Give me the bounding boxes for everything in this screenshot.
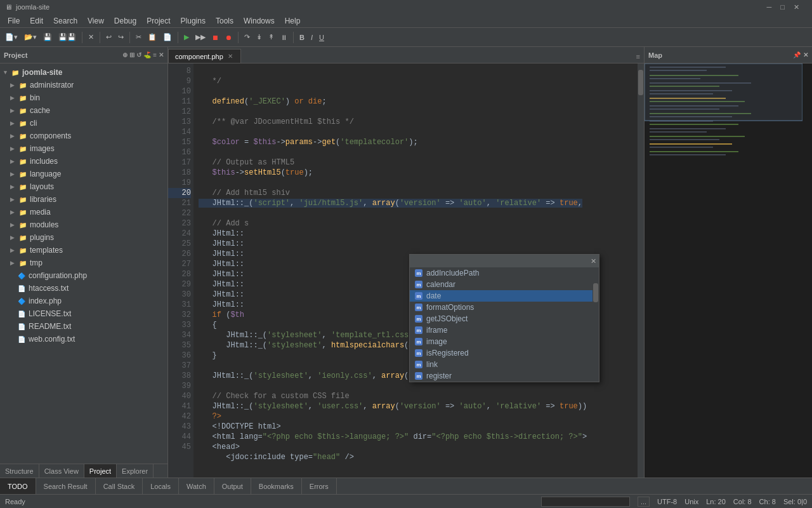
step-out-btn[interactable]: ↟ — [266, 30, 277, 45]
tree-item-components[interactable]: ▶ 📁 components — [0, 130, 167, 142]
bottom-tab-errors[interactable]: Errors — [302, 478, 337, 494]
undo-btn[interactable]: ↩ — [103, 30, 114, 45]
redo-btn[interactable]: ↪ — [115, 30, 126, 45]
new-btn[interactable]: 📄▾ — [3, 30, 20, 45]
underline-btn[interactable]: U — [317, 30, 327, 45]
tree-item-libraries[interactable]: ▶ 📁 libraries — [0, 193, 167, 206]
bottom-tab-todo[interactable]: TODO — [0, 478, 36, 494]
editor-scrollbar[interactable] — [638, 64, 644, 478]
menu-view[interactable]: View — [82, 14, 109, 27]
tree-item-tmp[interactable]: ▶ 📁 tmp — [0, 257, 167, 269]
map-pin-icon[interactable]: 📌 — [793, 51, 801, 58]
ac-item-iframe[interactable]: m iframe — [410, 324, 599, 336]
left-tab-explorer[interactable]: Explorer — [117, 464, 154, 478]
open-btn[interactable]: 📂▾ — [22, 30, 39, 45]
bottom-tab-search-result[interactable]: Search Result — [36, 478, 96, 494]
copy-btn[interactable]: 📋 — [145, 30, 159, 45]
proj-close[interactable]: ✕ — [159, 51, 164, 58]
menu-search[interactable]: Search — [48, 14, 82, 27]
autocomplete-close-btn[interactable]: ✕ — [591, 257, 596, 265]
close-btn[interactable]: ✕ — [86, 30, 96, 45]
paste-btn[interactable]: 📄 — [160, 30, 174, 45]
tab-menu-btn[interactable]: ≡ — [632, 50, 644, 63]
bold-btn[interactable]: B — [297, 30, 307, 45]
menu-file[interactable]: File — [3, 14, 25, 27]
proj-icon-3[interactable]: ↺ — [136, 51, 141, 58]
proj-icon-4[interactable]: ⛳ — [143, 51, 151, 58]
tree-item-includes[interactable]: ▶ 📁 includes — [0, 155, 167, 168]
autocomplete-scrollbar-thumb[interactable] — [593, 283, 598, 302]
tree-item-cli[interactable]: ▶ 📁 cli — [0, 117, 167, 130]
editor-scrollbar-thumb[interactable] — [638, 70, 643, 95]
ln-23: 23 — [168, 218, 191, 229]
tree-item-cache[interactable]: ▶ 📁 cache — [0, 104, 167, 117]
tree-item-language[interactable]: ▶ 📁 language — [0, 168, 167, 180]
ac-item-image[interactable]: m image — [410, 336, 599, 347]
editor-tab-component[interactable]: component.php ✕ — [168, 49, 241, 63]
map-close-icon[interactable]: ✕ — [803, 51, 808, 58]
folder-icon-language: 📁 — [18, 169, 28, 179]
proj-icon-5[interactable]: ≡ — [153, 51, 157, 58]
bottom-tab-call-stack[interactable]: Call Stack — [96, 478, 143, 494]
tree-item-license[interactable]: 📄 LICENSE.txt — [0, 307, 167, 320]
ac-item-getjsobject[interactable]: m getJSObject — [410, 313, 599, 324]
left-tab-project[interactable]: Project — [84, 464, 117, 478]
left-tab-classview[interactable]: Class View — [39, 464, 84, 478]
close-btn[interactable]: ✕ — [794, 3, 799, 11]
tree-item-layouts[interactable]: ▶ 📁 layouts — [0, 180, 167, 193]
debug-run-btn[interactable]: ▶▶ — [193, 30, 208, 45]
tree-item-readme[interactable]: 📄 README.txt — [0, 320, 167, 333]
tree-item-modules[interactable]: ▶ 📁 modules — [0, 218, 167, 231]
tree-item-htaccess[interactable]: 📄 htaccess.txt — [0, 282, 167, 295]
pause-btn[interactable]: ⏸ — [278, 30, 290, 45]
menu-windows[interactable]: Windows — [239, 14, 280, 27]
run-btn[interactable]: ▶ — [181, 30, 192, 45]
ac-item-calendar[interactable]: m calendar — [410, 279, 599, 290]
maximize-btn[interactable]: □ — [780, 3, 785, 11]
ac-item-date[interactable]: m date — [410, 290, 599, 302]
stop-btn[interactable]: ⏹ — [209, 30, 221, 45]
bottom-tab-locals[interactable]: Locals — [143, 478, 179, 494]
search-input-status[interactable] — [541, 497, 630, 507]
tree-item-templates[interactable]: ▶ 📁 templates — [0, 244, 167, 257]
menu-debug[interactable]: Debug — [109, 14, 141, 27]
menu-project[interactable]: Project — [141, 14, 175, 27]
save-btn[interactable]: 💾 — [41, 30, 55, 45]
left-tab-structure[interactable]: Structure — [0, 464, 39, 478]
minimize-btn[interactable]: ─ — [767, 3, 772, 11]
tree-item-images[interactable]: ▶ 📁 images — [0, 142, 167, 155]
svg-rect-17 — [650, 128, 726, 130]
bottom-tab-bookmarks[interactable]: Bookmarks — [251, 478, 302, 494]
menu-tools[interactable]: Tools — [211, 14, 239, 27]
tree-item-media[interactable]: ▶ 📁 media — [0, 206, 167, 218]
ac-item-register[interactable]: m register — [410, 370, 599, 382]
tree-item-configuration[interactable]: 🔷 configuration.php — [0, 269, 167, 282]
autocomplete-header[interactable]: ✕ — [410, 255, 599, 267]
tree-item-webconfig[interactable]: 📄 web.config.txt — [0, 333, 167, 345]
tree-item-index[interactable]: 🔷 index.php — [0, 295, 167, 307]
italic-btn[interactable]: I — [308, 30, 315, 45]
tab-close-component[interactable]: ✕ — [226, 52, 234, 60]
tree-item-plugins[interactable]: ▶ 📁 plugins — [0, 231, 167, 244]
autocomplete-scrollbar[interactable] — [593, 280, 599, 382]
tree-item-bin[interactable]: ▶ 📁 bin — [0, 91, 167, 104]
proj-icon-1[interactable]: ⊕ — [122, 51, 128, 58]
ac-item-link[interactable]: m link — [410, 359, 599, 370]
proj-icon-2[interactable]: ⊞ — [129, 51, 134, 58]
menu-edit[interactable]: Edit — [25, 14, 48, 27]
menu-plugins[interactable]: Plugins — [176, 14, 211, 27]
ac-item-isregistered[interactable]: m isRegistered — [410, 347, 599, 359]
ac-item-addincludepath[interactable]: m addIncludePath — [410, 267, 599, 279]
tree-item-administrator[interactable]: ▶ 📁 administrator — [0, 79, 167, 91]
save-all-btn[interactable]: 💾💾 — [56, 30, 79, 45]
search-btn-status[interactable]: ... — [638, 497, 650, 507]
step-into-btn[interactable]: ↡ — [254, 30, 265, 45]
tree-root[interactable]: ▼ 📁 joomla-site — [0, 66, 167, 79]
cut-btn[interactable]: ✂ — [133, 30, 144, 45]
bottom-tab-watch[interactable]: Watch — [179, 478, 214, 494]
bottom-tab-output[interactable]: Output — [214, 478, 251, 494]
debug-stop-btn[interactable]: ⏺ — [223, 30, 235, 45]
ac-item-formatoptions[interactable]: m formatOptions — [410, 302, 599, 313]
menu-help[interactable]: Help — [280, 14, 306, 27]
step-over-btn[interactable]: ↷ — [242, 30, 252, 45]
